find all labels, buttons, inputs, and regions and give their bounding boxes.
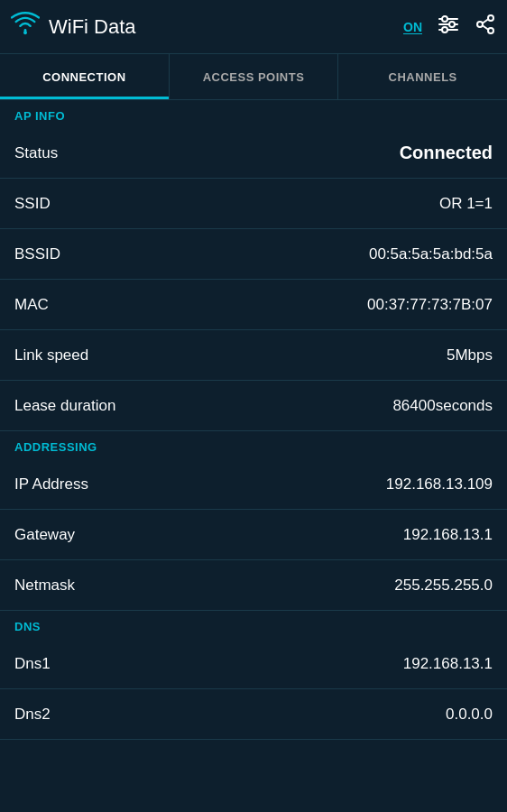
value-ip-address: 192.168.13.109: [386, 475, 493, 494]
wifi-icon: [11, 11, 40, 42]
tab-bar: CONNECTION ACCESS POINTS CHANNELS: [0, 54, 507, 100]
app-header: WiFi Data ON: [0, 0, 507, 54]
row-lease-duration: Lease duration 86400seconds: [0, 381, 507, 431]
row-gateway: Gateway 192.168.13.1: [0, 510, 507, 560]
row-netmask: Netmask 255.255.255.0: [0, 560, 507, 611]
svg-point-9: [488, 28, 493, 33]
label-status: Status: [14, 144, 58, 162]
value-bssid: 00:5a:5a:5a:bd:5a: [369, 245, 493, 263]
value-link-speed: 5Mbps: [447, 346, 493, 364]
svg-line-10: [483, 19, 488, 23]
label-netmask: Netmask: [14, 577, 75, 595]
label-dns1: Dns1: [14, 655, 51, 673]
label-ssid: SSID: [14, 195, 51, 213]
section-header-ap-info: AP INFO: [0, 100, 507, 128]
content-area: AP INFO Status Connected SSID OR 1=1 BSS…: [0, 100, 507, 812]
row-status: Status Connected: [0, 128, 507, 179]
svg-line-11: [483, 25, 488, 29]
value-dns2: 0.0.0.0: [446, 706, 493, 724]
row-dns2: Dns2 0.0.0.0: [0, 689, 507, 740]
svg-point-6: [442, 27, 447, 32]
value-netmask: 255.255.255.0: [394, 577, 493, 595]
label-gateway: Gateway: [14, 526, 75, 544]
sliders-icon[interactable]: [437, 13, 460, 42]
row-dns1: Dns1 192.168.13.1: [0, 639, 507, 689]
tab-access-points[interactable]: ACCESS POINTS: [170, 54, 339, 99]
row-bssid: BSSID 00:5a:5a:5a:bd:5a: [0, 229, 507, 280]
section-header-dns: DNS: [0, 611, 507, 639]
svg-point-7: [488, 15, 493, 21]
header-actions: ON: [403, 13, 496, 42]
value-dns1: 192.168.13.1: [403, 655, 493, 673]
share-icon[interactable]: [475, 14, 496, 41]
svg-point-5: [449, 22, 455, 27]
row-ssid: SSID OR 1=1: [0, 179, 507, 229]
tab-connection[interactable]: CONNECTION: [0, 54, 170, 99]
app-title: WiFi Data: [49, 15, 403, 39]
svg-point-8: [477, 22, 483, 27]
row-mac: MAC 00:37:77:73:7B:07: [0, 280, 507, 330]
svg-point-4: [442, 16, 447, 22]
section-header-addressing: ADDRESSING: [0, 431, 507, 459]
value-status: Connected: [400, 143, 493, 163]
label-bssid: BSSID: [14, 245, 60, 263]
label-mac: MAC: [14, 296, 49, 314]
label-link-speed: Link speed: [14, 346, 88, 364]
svg-point-0: [23, 31, 27, 34]
wifi-toggle-label[interactable]: ON: [403, 20, 422, 34]
value-gateway: 192.168.13.1: [403, 526, 493, 544]
row-ip-address: IP Address 192.168.13.109: [0, 459, 507, 510]
row-link-speed: Link speed 5Mbps: [0, 330, 507, 381]
label-lease-duration: Lease duration: [14, 397, 115, 415]
value-mac: 00:37:77:73:7B:07: [367, 296, 493, 314]
value-lease-duration: 86400seconds: [392, 397, 493, 415]
label-ip-address: IP Address: [14, 475, 88, 494]
label-dns2: Dns2: [14, 706, 51, 724]
value-ssid: OR 1=1: [439, 195, 493, 213]
tab-channels[interactable]: CHANNELS: [338, 54, 507, 99]
